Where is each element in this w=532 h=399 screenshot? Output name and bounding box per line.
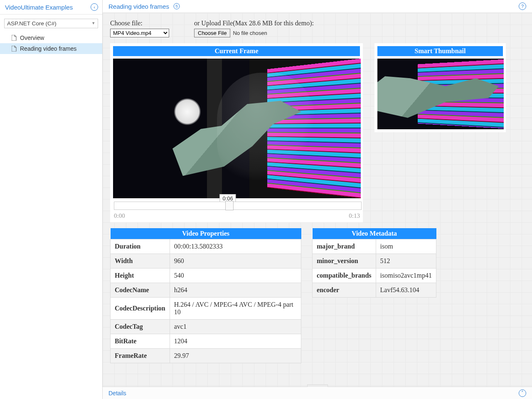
props-body: Duration00:00:13.5802333Width960Height54… <box>111 239 301 363</box>
meta-key: compatible_brands <box>313 268 376 283</box>
file-icon <box>12 46 17 52</box>
meta-value: isomiso2avc1mp41 <box>376 268 436 283</box>
prop-key: Height <box>111 268 170 283</box>
choose-file-label: Choose file: <box>110 20 169 27</box>
prop-key: CodecName <box>111 283 170 298</box>
time-end: 0:13 <box>349 212 360 219</box>
sidebar-title: VideoUltimate Examples <box>5 4 73 11</box>
prop-value: H.264 / AVC / MPEG-4 AVC / MPEG-4 part 1… <box>170 298 301 320</box>
video-properties-title: Video Properties <box>111 228 301 239</box>
language-select-wrap: ASP.NET Core (C#) ▾ <box>0 15 102 31</box>
expand-details-icon[interactable]: ˄ <box>519 389 526 397</box>
prop-value: 1204 <box>170 334 301 349</box>
sidebar: VideoUltimate Examples ‹ ASP.NET Core (C… <box>0 0 103 399</box>
slider-track[interactable] <box>114 202 362 210</box>
prop-value: 29.97 <box>170 349 301 363</box>
no-file-chosen-text: No file chosen <box>233 30 267 36</box>
time-labels: 0:00 0:13 <box>113 212 361 219</box>
prop-key: FrameRate <box>111 349 170 363</box>
table-row: Height540 <box>111 268 301 283</box>
meta-key: major_brand <box>313 239 376 254</box>
table-row: minor_version512 <box>313 254 436 268</box>
nav-list: Overview Reading video frames <box>0 31 102 54</box>
video-metadata-table: Video Metadata major_brandisomminor_vers… <box>312 228 436 298</box>
content-area: Choose file: MP4 Video.mp4 or Upload Fil… <box>103 13 532 387</box>
meta-body: major_brandisomminor_version512compatibl… <box>313 239 436 298</box>
table-row: CodecNameh264 <box>111 283 301 298</box>
video-metadata-title: Video Metadata <box>313 228 436 239</box>
prop-value: 540 <box>170 268 301 283</box>
prop-key: Duration <box>111 239 170 254</box>
slider-thumb[interactable] <box>225 201 234 210</box>
sample-file-select[interactable]: MP4 Video.mp4 <box>110 29 169 37</box>
choose-file-button[interactable]: Choose File <box>194 29 230 37</box>
prop-key: Width <box>111 254 170 268</box>
source-icon[interactable]: S <box>173 3 180 10</box>
meta-key: encoder <box>313 283 376 298</box>
prop-key: BitRate <box>111 334 170 349</box>
prop-key: CodecDescription <box>111 298 170 320</box>
svg-text:S: S <box>175 4 178 8</box>
nav-item-label: Reading video frames <box>12 45 76 52</box>
page-title: Reading video frames <box>108 3 169 10</box>
smart-thumbnail-title: Smart Thumbnail <box>377 46 503 56</box>
controls-row: Choose file: MP4 Video.mp4 or Upload Fil… <box>110 20 525 37</box>
collapse-sidebar-icon[interactable]: ‹ <box>91 3 98 11</box>
details-drag-handle[interactable] <box>307 384 328 387</box>
meta-value: isom <box>376 239 436 254</box>
details-label: Details <box>108 390 126 397</box>
sidebar-header: VideoUltimate Examples ‹ <box>0 0 102 15</box>
help-icon[interactable]: ? <box>519 2 526 10</box>
file-icon <box>12 35 17 41</box>
prop-value: h264 <box>170 283 301 298</box>
video-properties-table: Video Properties Duration00:00:13.580233… <box>110 228 301 363</box>
table-row: CodecDescriptionH.264 / AVC / MPEG-4 AVC… <box>111 298 301 320</box>
nav-item-reading-frames[interactable]: Reading video frames <box>0 43 102 54</box>
language-select[interactable]: ASP.NET Core (C#) <box>4 19 98 28</box>
nav-item-overview[interactable]: Overview <box>0 32 102 43</box>
main-header: Reading video frames S ? <box>103 0 532 13</box>
smart-thumbnail-panel: Smart Thumbnail <box>374 43 506 132</box>
prop-value: 00:00:13.5802333 <box>170 239 301 254</box>
table-row: major_brandisom <box>313 239 436 254</box>
details-bar[interactable]: Details ˄ <box>103 387 532 399</box>
prop-key: CodecTag <box>111 320 170 334</box>
smart-thumbnail-image <box>377 59 504 129</box>
table-row: CodecTagavc1 <box>111 320 301 334</box>
meta-value: 512 <box>376 254 436 268</box>
table-row: Duration00:00:13.5802333 <box>111 239 301 254</box>
table-row: compatible_brandsisomiso2avc1mp41 <box>313 268 436 283</box>
current-frame-image <box>113 59 361 198</box>
time-start: 0:00 <box>114 212 125 219</box>
meta-value: Lavf54.63.104 <box>376 283 436 298</box>
current-frame-panel: Current Frame 0:06 <box>110 43 363 222</box>
table-row: encoderLavf54.63.104 <box>313 283 436 298</box>
table-row: BitRate1204 <box>111 334 301 349</box>
frame-slider[interactable]: 0:06 <box>114 202 362 210</box>
prop-value: avc1 <box>170 320 301 334</box>
current-frame-title: Current Frame <box>113 46 360 56</box>
main: Reading video frames S ? Choose file: MP… <box>103 0 532 399</box>
meta-key: minor_version <box>313 254 376 268</box>
upload-label: or Upload File(Max 28.6 MB for this demo… <box>194 20 314 27</box>
prop-value: 960 <box>170 254 301 268</box>
table-row: FrameRate29.97 <box>111 349 301 363</box>
table-row: Width960 <box>111 254 301 268</box>
